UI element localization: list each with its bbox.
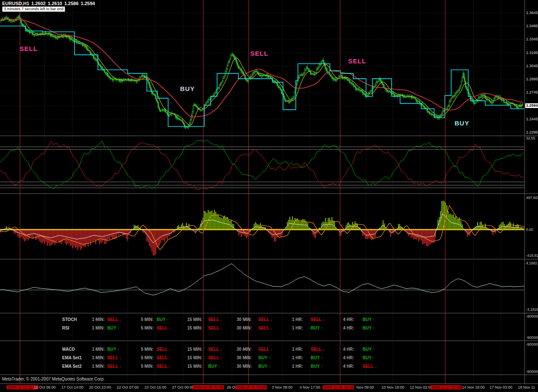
- buy-arrow-icon: ↑: [373, 326, 375, 330]
- sell-signal-value: SELL ↓: [107, 317, 121, 322]
- sell-arrow-icon: ↓: [270, 326, 272, 330]
- signal-timeframe-label: 15 MIN:: [187, 355, 203, 361]
- sell-signal-value: SELL ↓: [311, 347, 325, 352]
- buy-arrow-icon: ↑: [269, 355, 271, 360]
- buy-signal-value: BUY ↑: [258, 364, 271, 369]
- sell-arrow-icon: ↓: [220, 326, 222, 330]
- time-label-highlighted: 2008.10.31 03:00: [235, 385, 267, 389]
- sell-signal-value: SELL ↓: [208, 326, 222, 331]
- signal-timeframe-label: 5 MIN:: [141, 364, 154, 369]
- time-label: 3 Nov 09:00: [272, 385, 293, 389]
- signal-timeframe-label: 30 MIN:: [237, 317, 252, 322]
- panel-separator[interactable]: [0, 375, 538, 375]
- time-label: 4 Nov 17:00: [300, 385, 321, 389]
- buy-arrow-icon: ↑: [269, 364, 271, 369]
- sell-arrow-icon: ↓: [270, 317, 272, 322]
- time-label: 14 Nov 18:00: [462, 385, 485, 389]
- time-label: 16 Oct 06:00: [34, 385, 56, 389]
- buy-arrow-icon: ↑: [321, 355, 323, 360]
- panel-separator[interactable]: [0, 383, 538, 384]
- panel-separator[interactable]: [0, 341, 538, 341]
- signal-row-name: EMA Set1: [62, 355, 82, 361]
- signal-timeframe-label: 1 MIN:: [92, 347, 105, 352]
- sell-arrow-icon: ↓: [169, 355, 171, 360]
- sell-signal-value: SELL ↓: [157, 355, 171, 361]
- buy-signal-value: BUY ↑: [208, 364, 220, 369]
- time-label-highlighted: 2008.11.06 15:00: [323, 385, 354, 389]
- panel-separator[interactable]: [0, 136, 538, 136]
- buy-signal-value: BUY ↑: [311, 364, 323, 369]
- buy-arrow-icon: ↑: [373, 347, 375, 352]
- buy-arrow-icon: ↑: [321, 326, 323, 330]
- buy-arrow-icon: ↑: [321, 364, 323, 369]
- buy-signal-value: BUY ↑: [107, 326, 120, 331]
- signal-timeframe-label: 1 HR:: [292, 326, 303, 331]
- buy-signal-value: BUY ↑: [363, 326, 375, 331]
- chart-signal-label-sell: SELL: [348, 57, 366, 65]
- sell-signal-value: SELL ↓: [258, 347, 272, 352]
- panel-separator[interactable]: [0, 193, 538, 194]
- sell-arrow-icon: ↓: [323, 317, 325, 322]
- signal-timeframe-label: 5 MIN:: [141, 326, 154, 331]
- time-label-highlighted: 2008.10.28 21:00: [192, 385, 224, 389]
- time-label: 17 Nov 03:00: [489, 385, 512, 389]
- signal-timeframe-label: 1 MIN:: [92, 326, 105, 331]
- copyright-text: MetaTrader, © 2001-2007 MetaQuotes Softw…: [2, 377, 105, 381]
- sell-signal-value: SELL ↓: [363, 364, 377, 369]
- time-label: 20 Oct 23:00: [89, 385, 111, 389]
- time-label: 17 Oct 14:00: [61, 385, 83, 389]
- buy-signal-value: BUY ↑: [363, 347, 375, 352]
- signal-timeframe-label: 5 MIN:: [141, 355, 154, 361]
- signal-row-name: STOCH: [62, 317, 77, 322]
- time-label: 18 Nov 11: [518, 385, 535, 389]
- buy-signal-value: BUY ↑: [258, 355, 271, 361]
- time-label: 27 Oct 00:00: [172, 385, 194, 389]
- signal-tables: STOCH1 MIN:SELL ↓5 MIN:BUY ↑15 MIN:SELL …: [0, 0, 538, 383]
- sell-signal-value: SELL ↓: [258, 326, 272, 331]
- time-label-highlighted: 2008.11.13 22:00: [430, 385, 461, 389]
- signal-timeframe-label: 15 MIN:: [187, 364, 203, 369]
- signal-timeframe-label: 5 MIN:: [141, 317, 154, 322]
- signal-timeframe-label: 1 MIN:: [92, 317, 105, 322]
- sell-arrow-icon: ↓: [323, 347, 325, 352]
- signal-timeframe-label: 15 MIN:: [187, 326, 203, 331]
- chart-signal-label-buy: BUY: [180, 85, 195, 92]
- sell-signal-value: SELL ↓: [208, 317, 222, 322]
- sell-signal-value: SELL ↓: [258, 317, 272, 322]
- signal-timeframe-label: 30 MIN:: [237, 355, 252, 361]
- time-axis[interactable]: 2008.10.15 23:0016 Oct 06:0017 Oct 14:00…: [0, 384, 538, 392]
- signal-timeframe-label: 4 HR:: [343, 326, 354, 331]
- sell-arrow-icon: ↓: [119, 364, 121, 369]
- panel-separator[interactable]: [0, 313, 538, 313]
- sell-arrow-icon: ↓: [220, 347, 222, 352]
- buy-arrow-icon: ↑: [117, 347, 120, 352]
- time-label: 23 Oct 15:00: [144, 385, 166, 389]
- time-label: Nov 09:00: [356, 385, 374, 389]
- sell-signal-value: SELL ↓: [157, 347, 171, 352]
- buy-arrow-icon: ↑: [167, 317, 169, 322]
- sell-arrow-icon: ↓: [375, 364, 377, 369]
- buy-arrow-icon: ↑: [117, 326, 120, 330]
- buy-signal-value: BUY ↑: [157, 317, 169, 322]
- buy-arrow-icon: ↑: [373, 317, 375, 322]
- signal-timeframe-label: 4 HR:: [343, 347, 354, 352]
- buy-signal-value: BUY ↑: [107, 347, 120, 352]
- sell-signal-value: SELL ↓: [208, 355, 222, 361]
- signal-timeframe-label: 1 MIN:: [92, 355, 105, 361]
- sell-arrow-icon: ↓: [220, 355, 222, 360]
- buy-arrow-icon: ↑: [218, 364, 220, 369]
- signal-timeframe-label: 5 MIN:: [141, 347, 154, 352]
- sell-arrow-icon: ↓: [220, 317, 222, 322]
- chart-signal-label-buy: BUY: [455, 119, 469, 127]
- signal-row-name: MACD: [62, 347, 75, 352]
- panel-separator[interactable]: [0, 259, 538, 259]
- time-label: 10 Nov 18:00: [381, 385, 404, 389]
- buy-arrow-icon: ↑: [373, 355, 375, 360]
- signal-timeframe-label: 1 HR:: [292, 364, 303, 369]
- signal-timeframe-label: 1 HR:: [292, 347, 303, 352]
- sell-arrow-icon: ↓: [119, 317, 121, 322]
- sell-signal-value: SELL ↓: [107, 364, 121, 369]
- buy-signal-value: BUY ↑: [363, 355, 375, 361]
- chart-signal-label-sell: SELL: [250, 50, 268, 57]
- signal-timeframe-label: 1 MIN:: [92, 364, 105, 369]
